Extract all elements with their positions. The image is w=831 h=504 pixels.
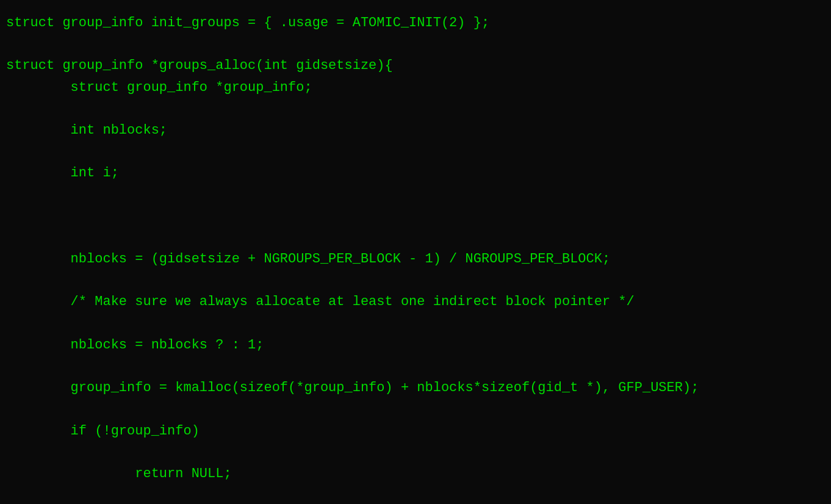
code-line: struct group_info *groups_alloc(int gids… (6, 55, 825, 76)
code-line: struct group_info init_groups = { .usage… (6, 12, 825, 34)
code-line (6, 184, 825, 206)
code-container: struct group_info init_groups = { .usage… (0, 0, 831, 504)
code-line: struct group_info *group_info; (6, 77, 825, 98)
code-line: nblocks = (gidsetsize + NGROUPS_PER_BLOC… (6, 248, 825, 270)
code-line: group_info = kmalloc(sizeof(*group_info)… (6, 377, 825, 398)
code-line (6, 442, 825, 463)
code-line (6, 270, 825, 291)
code-line (6, 356, 825, 377)
code-line: nblocks = nblocks ? : 1; (6, 334, 825, 356)
code-line (6, 34, 825, 55)
code-line: int i; (6, 162, 825, 184)
code-line: /* Make sure we always allocate at least… (6, 291, 825, 312)
code-line: int nblocks; (6, 120, 825, 141)
code-line (6, 206, 825, 227)
code-block: struct group_info init_groups = { .usage… (6, 12, 825, 504)
code-line: if (!group_info) (6, 420, 825, 442)
code-line (6, 141, 825, 162)
code-line (6, 313, 825, 334)
code-line (6, 98, 825, 120)
code-line (6, 398, 825, 420)
code-line (6, 484, 825, 504)
code-line (6, 227, 825, 248)
code-line: return NULL; (6, 463, 825, 484)
